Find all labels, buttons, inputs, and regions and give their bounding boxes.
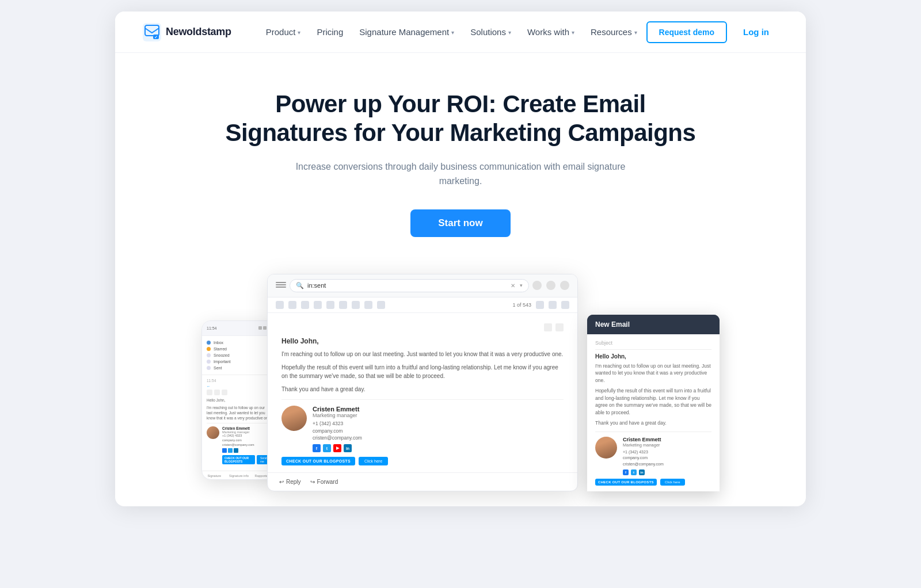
solutions-chevron-icon: ▾	[508, 29, 511, 36]
nav-item-product[interactable]: Product ▾	[259, 22, 308, 41]
important-icon	[207, 360, 211, 364]
twitter-icon: t	[323, 444, 331, 452]
phone-sent-item[interactable]: Sent	[207, 365, 271, 371]
nav-links: Product ▾ Pricing Signature Management ▾…	[259, 22, 646, 41]
sig-detail: +1 (342) 4323 company.com cristen@compan…	[313, 420, 564, 442]
phone-mockup: 11:54 Inbox Starred Snoozed	[201, 320, 276, 480]
gmail-snooze-icon[interactable]	[339, 301, 347, 309]
phone-linkedin-icon	[234, 448, 238, 453]
phone-bottom-tabs: Signature Signature info Rapporteurs	[202, 471, 276, 479]
phone-sig-name: Cristen Emmett	[222, 426, 271, 430]
new-email-sig-info: Cristen Emmett Marketing manager +1 (342…	[623, 437, 711, 476]
gmail-print-icon[interactable]	[544, 323, 552, 331]
gmail-more-icon[interactable]	[377, 301, 385, 309]
phone-inbox-label: Inbox	[214, 341, 223, 345]
gmail-para-3: Thank you and have a great day.	[281, 385, 564, 394]
phone-topbar: 11:54	[202, 321, 276, 336]
gmail-topbar: 🔍 in:sent ✕ ▾	[268, 274, 577, 297]
gmail-search-dropdown-icon[interactable]: ▾	[520, 282, 523, 288]
phone-hello: Hello John,	[207, 398, 271, 403]
start-now-button[interactable]: Start now	[410, 209, 510, 237]
sig-banner: CHECK OUT OUR BLOGPOSTS Click here	[281, 457, 564, 465]
gmail-para-1: I'm reaching out to follow up on our las…	[281, 350, 564, 358]
login-button[interactable]: Log in	[734, 22, 778, 42]
gmail-reply-bar: ↩ Reply ↪ Forward	[268, 472, 577, 491]
nav-item-signature-management[interactable]: Signature Management ▾	[352, 22, 461, 41]
logo-text: Newoldstamp	[166, 26, 231, 38]
sig-info: Cristen Emmett Marketing manager +1 (342…	[313, 406, 564, 452]
nav-item-solutions[interactable]: Solutions ▾	[463, 22, 518, 41]
navbar: ✓ Newoldstamp Product ▾ Pricing Signatur…	[115, 12, 806, 53]
sig-banner-label: CHECK OUT OUR BLOGPOSTS	[281, 457, 355, 465]
nav-actions: Request demo Log in	[646, 21, 778, 43]
sig-name: Cristen Emmett	[313, 406, 564, 413]
phone-signature-area: Cristen Emmett Marketing manager +1 (342…	[207, 423, 271, 467]
phone-tab-sig-info[interactable]: Signature info	[227, 474, 252, 478]
logo-icon: ✓	[143, 23, 161, 41]
phone-email-time: 11:54	[207, 379, 271, 383]
new-email-linkedin-icon: in	[639, 469, 645, 475]
gmail-clear-search-icon[interactable]: ✕	[511, 282, 515, 289]
sig-social-icons: f t ▶ in	[313, 444, 564, 452]
svg-text:✓: ✓	[154, 35, 158, 39]
phone-starred-label: Starred	[214, 347, 227, 351]
logo-link[interactable]: ✓ Newoldstamp	[143, 23, 231, 41]
new-email-para-1: I'm reaching out to follow up on our las…	[595, 362, 711, 384]
phone-email-toolbar	[207, 390, 271, 395]
gmail-delete-icon[interactable]	[314, 301, 322, 309]
phone-tab-signature[interactable]: Signature	[202, 474, 227, 478]
gmail-label-icon[interactable]	[364, 301, 372, 309]
phone-signal-icon	[263, 326, 267, 330]
nav-item-pricing[interactable]: Pricing	[310, 22, 350, 41]
new-email-banner: CHECK OUT OUR BLOGPOSTS Click here	[595, 479, 711, 486]
reply-arrow-icon: ↩	[279, 479, 284, 485]
new-email-sig-avatar	[595, 437, 617, 459]
gmail-prev-icon[interactable]	[536, 301, 544, 309]
gmail-view-icon[interactable]	[561, 301, 569, 309]
gmail-next-icon[interactable]	[549, 301, 557, 309]
new-email-hello: Hello John,	[595, 353, 711, 360]
phone-snoozed-label: Snoozed	[214, 353, 230, 357]
gmail-email-icon[interactable]	[326, 301, 334, 309]
hamburger-icon[interactable]	[276, 282, 286, 289]
gmail-move-icon[interactable]	[352, 301, 360, 309]
gmail-search-icon: 🔍	[296, 282, 304, 289]
phone-sig-avatar	[207, 426, 219, 439]
phone-important-item[interactable]: Important	[207, 358, 271, 365]
reply-button[interactable]: ↩ Reply	[279, 479, 301, 485]
linkedin-icon: in	[344, 444, 352, 452]
gmail-report-icon[interactable]	[301, 301, 309, 309]
phone-snoozed-item[interactable]: Snoozed	[207, 352, 271, 358]
works-with-chevron-icon: ▾	[572, 29, 574, 36]
hero-section: Power up Your ROI: Create Email Signatur…	[115, 53, 806, 265]
phone-starred-item[interactable]: Starred	[207, 346, 271, 352]
gmail-settings-icon[interactable]	[546, 281, 555, 290]
new-email-banner-cta[interactable]: Click here	[660, 479, 685, 486]
gmail-back-icon[interactable]	[276, 301, 284, 309]
facebook-icon: f	[313, 444, 321, 452]
phone-back-button[interactable]: ←	[207, 384, 271, 388]
sig-banner-cta[interactable]: Click here	[359, 457, 388, 465]
new-email-sig-avatar-image	[595, 437, 617, 459]
phone-wifi-icon	[258, 326, 262, 330]
gmail-para-2: Hopefully the result of this event will …	[281, 363, 564, 380]
new-email-subject[interactable]: Subject	[595, 340, 711, 350]
forward-button[interactable]: ↪ Forward	[310, 479, 338, 485]
phone-inbox-item[interactable]: Inbox	[207, 339, 271, 346]
gmail-grid-icon[interactable]	[560, 281, 569, 290]
resources-chevron-icon: ▾	[634, 29, 637, 36]
gmail-new-window-icon[interactable]	[555, 323, 564, 331]
nav-item-works-with[interactable]: Works with ▾	[520, 22, 581, 41]
new-email-twitter-icon: t	[631, 469, 637, 475]
new-email-sig-socials: f t in	[623, 469, 711, 475]
request-demo-button[interactable]: Request demo	[646, 21, 727, 43]
gmail-search-text: in:sent	[307, 282, 507, 289]
gmail-search-bar[interactable]: 🔍 in:sent ✕ ▾	[290, 279, 529, 292]
nav-item-resources[interactable]: Resources ▾	[584, 22, 644, 41]
phone-sidebar: Inbox Starred Snoozed Important Sent	[202, 336, 276, 375]
phone-email-preview: 11:54 ← Hello John, I'm reaching out to …	[202, 375, 276, 471]
phone-banner-label: CHECK OUT OUR BLOGPOSTS	[222, 455, 255, 464]
gmail-help-icon[interactable]	[532, 281, 542, 290]
gmail-archive-icon[interactable]	[288, 301, 296, 309]
phone-sent-label: Sent	[214, 366, 222, 370]
